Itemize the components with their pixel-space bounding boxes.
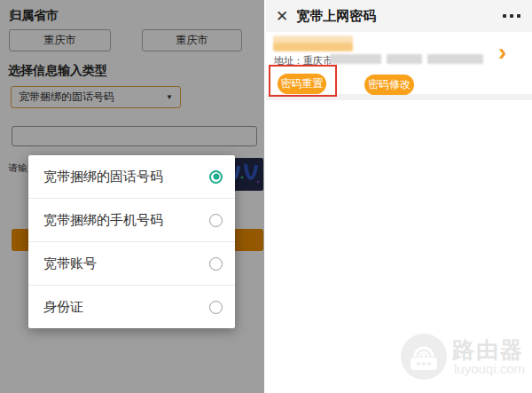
close-icon[interactable]: ✕ [276, 7, 288, 26]
blurred-address-segment [427, 54, 483, 64]
page-title: 宽带上网密码 [296, 8, 376, 25]
chevron-right-icon[interactable]: › [498, 40, 506, 65]
modal-option-mobile-phone[interactable]: 宽带捆绑的手机号码 [28, 199, 235, 242]
right-panel: ✕ 宽带上网密码 地址：重庆市 › 密码重置 密码修改 [266, 0, 532, 393]
app-root: 归属省市 重庆市 重庆市 选择信息输入类型 宽带捆绑的固话号码 ▼ 请输入 宽带… [0, 0, 532, 393]
radio-unselected-icon[interactable] [209, 257, 223, 271]
modal-option-label: 身份证 [43, 299, 83, 316]
modal-option-label: 宽带捆绑的手机号码 [43, 212, 163, 229]
watermark: 路由器 luyouqi.com [401, 334, 532, 387]
modal-option-fixed-phone[interactable]: 宽带捆绑的固话号码 [28, 155, 235, 199]
password-reset-button[interactable]: 密码重置 [278, 74, 326, 94]
watermark-domain: luyouqi.com [454, 361, 525, 376]
radio-unselected-icon[interactable] [209, 214, 223, 227]
modal-option-label: 宽带捆绑的固话号码 [43, 169, 163, 185]
modal-option-id-card[interactable]: 身份证 [28, 286, 235, 328]
panel-divider [264, 0, 266, 393]
blurred-address-segment [330, 54, 381, 64]
blurred-phone-number [273, 35, 353, 51]
radio-selected-icon[interactable] [209, 170, 223, 184]
router-logo-icon [401, 334, 447, 380]
left-panel: 归属省市 重庆市 重庆市 选择信息输入类型 宽带捆绑的固话号码 ▼ 请输入 宽带… [0, 0, 264, 393]
modal-option-broadband-account[interactable]: 宽带账号 [28, 242, 235, 286]
broadband-account-item[interactable]: 地址：重庆市 › 密码重置 密码修改 [266, 32, 532, 94]
input-type-modal: 宽带捆绑的固话号码 宽带捆绑的手机号码 宽带账号 身份证 [28, 155, 235, 328]
more-menu-icon[interactable] [503, 14, 520, 18]
blurred-address-segment [387, 54, 422, 64]
page-header: ✕ 宽带上网密码 [266, 0, 532, 32]
modal-option-label: 宽带账号 [43, 255, 97, 272]
radio-unselected-icon[interactable] [209, 301, 223, 314]
password-modify-button[interactable]: 密码修改 [364, 75, 414, 95]
